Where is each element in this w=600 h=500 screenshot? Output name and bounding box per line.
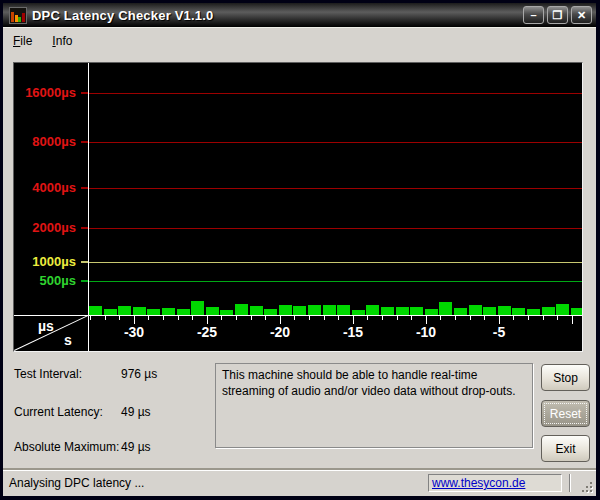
latency-bar	[279, 305, 292, 315]
gridline-tick-4000	[81, 187, 88, 189]
x-minor-tick	[513, 316, 514, 320]
y-axis-label-500: 500µs	[14, 273, 76, 289]
window-title: DPC Latency Checker V1.1.0	[32, 8, 214, 23]
x-major-tick	[572, 316, 573, 324]
x-minor-tick	[382, 316, 383, 320]
x-minor-tick	[105, 316, 106, 320]
x-unit-label: s	[64, 332, 72, 348]
x-minor-tick	[148, 316, 149, 320]
x-axis-label--25: -25	[197, 324, 217, 340]
app-icon	[9, 7, 27, 24]
y-axis-label-8000: 8000µs	[14, 134, 76, 150]
latency-bar	[410, 307, 423, 315]
close-button[interactable]: ✕	[571, 6, 592, 24]
y-axis-label-16000: 16000µs	[14, 85, 76, 101]
x-major-tick	[353, 316, 354, 324]
x-minor-tick	[367, 316, 368, 320]
title-bar: DPC Latency Checker V1.1.0 – ❐ ✕	[3, 3, 596, 28]
latency-bar	[498, 306, 511, 315]
x-minor-tick	[236, 316, 237, 320]
x-major-tick	[426, 316, 427, 324]
stop-button[interactable]: Stop	[541, 364, 590, 391]
minimize-button[interactable]: –	[523, 6, 544, 24]
analysis-result-text: This machine should be able to handle re…	[222, 368, 516, 398]
x-minor-tick	[397, 316, 398, 320]
latency-bar	[118, 306, 131, 315]
x-axis-line	[14, 315, 582, 316]
latency-bar	[337, 305, 350, 315]
x-minor-tick	[119, 316, 120, 320]
gridline-1000	[89, 262, 582, 263]
latency-bar	[454, 308, 467, 315]
x-minor-tick	[294, 316, 295, 320]
gridline-tick-500	[81, 280, 88, 282]
analysis-result-box: This machine should be able to handle re…	[215, 363, 533, 448]
latency-bar	[191, 301, 204, 315]
gridline-tick-16000	[81, 92, 88, 94]
current-latency-value: 49 µs	[121, 405, 151, 419]
absolute-maximum-value: 49 µs	[121, 440, 151, 454]
website-link-cell: www.thesycon.de	[428, 474, 562, 492]
y-axis-label-1000: 1000µs	[14, 254, 76, 270]
y-axis-label-2000: 2000µs	[14, 220, 76, 236]
latency-bar	[571, 308, 583, 315]
statusbar-divider-highlight	[570, 474, 571, 492]
latency-bar	[89, 306, 102, 315]
x-minor-tick	[251, 316, 252, 320]
gridline-4000	[89, 188, 582, 189]
latency-bar	[469, 305, 482, 315]
x-axis-label--5: -5	[493, 324, 505, 340]
x-minor-tick	[163, 316, 164, 320]
x-axis-label--20: -20	[270, 324, 290, 340]
gridline-2000	[89, 228, 582, 229]
latency-bar	[162, 308, 175, 315]
test-interval-value: 976 µs	[121, 367, 157, 381]
x-minor-tick	[455, 316, 456, 320]
gridline-tick-8000	[81, 141, 88, 143]
maximize-button[interactable]: ❐	[547, 6, 568, 24]
x-minor-tick	[221, 316, 222, 320]
x-minor-tick	[528, 316, 529, 320]
gridline-16000	[89, 93, 582, 94]
y-axis-line	[88, 63, 89, 351]
current-latency-label: Current Latency:	[14, 405, 103, 419]
x-major-tick	[134, 316, 135, 324]
latency-bar	[133, 307, 146, 315]
latency-bar	[439, 302, 452, 315]
menu-file[interactable]: File	[10, 31, 41, 51]
x-minor-tick	[324, 316, 325, 320]
gridline-tick-1000	[81, 261, 88, 263]
y-axis-label-4000: 4000µs	[14, 180, 76, 196]
latency-bar	[483, 307, 496, 315]
x-minor-tick	[543, 316, 544, 320]
x-minor-tick	[484, 316, 485, 320]
absolute-maximum-label: Absolute Maximum:	[14, 440, 119, 454]
latency-bar	[542, 307, 555, 315]
resize-grip[interactable]	[580, 480, 582, 482]
latency-bar	[366, 305, 379, 315]
menu-bar: File Info	[3, 28, 596, 54]
gridline-tick-2000	[81, 227, 88, 229]
gridline-500	[89, 281, 582, 282]
x-major-tick	[207, 316, 208, 324]
x-minor-tick	[265, 316, 266, 320]
latency-bar	[556, 304, 569, 315]
latency-bar	[250, 306, 263, 315]
x-minor-tick	[557, 316, 558, 320]
exit-button[interactable]: Exit	[541, 435, 590, 462]
latency-bar	[206, 307, 219, 315]
latency-bar	[381, 307, 394, 315]
website-link[interactable]: www.thesycon.de	[432, 476, 525, 490]
x-major-tick	[499, 316, 500, 324]
x-axis-label--10: -10	[416, 324, 436, 340]
latency-bar	[396, 307, 409, 315]
latency-bar	[308, 305, 321, 315]
menu-info[interactable]: Info	[49, 31, 81, 51]
reset-button[interactable]: Reset	[541, 400, 590, 427]
status-bar: Analysing DPC latency ... www.thesycon.d…	[3, 470, 596, 496]
x-minor-tick	[192, 316, 193, 320]
x-minor-tick	[90, 316, 91, 320]
x-minor-tick	[309, 316, 310, 320]
latency-bar	[293, 306, 306, 315]
x-minor-tick	[440, 316, 441, 320]
